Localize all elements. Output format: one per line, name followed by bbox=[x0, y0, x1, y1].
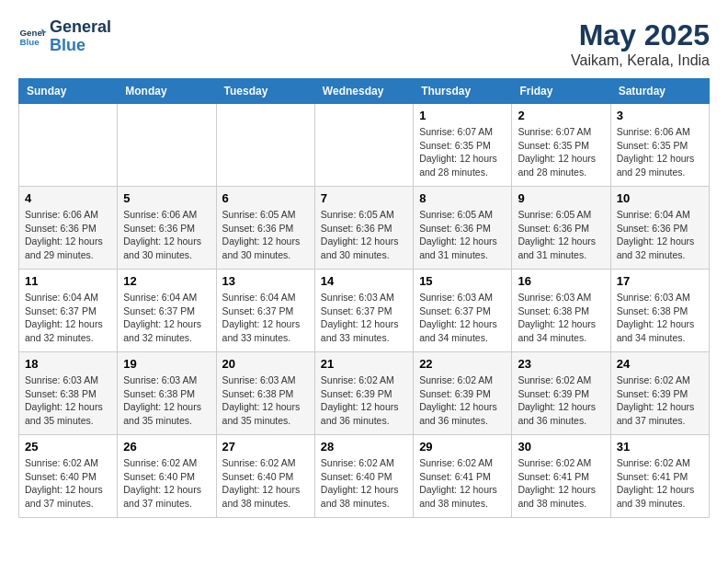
day-cell: 25Sunrise: 6:02 AM Sunset: 6:40 PM Dayli… bbox=[19, 435, 118, 518]
page-header: General Blue General Blue May 2025 Vaika… bbox=[18, 18, 710, 69]
week-row-3: 11Sunrise: 6:04 AM Sunset: 6:37 PM Dayli… bbox=[19, 270, 710, 352]
header-cell-thursday: Thursday bbox=[414, 79, 512, 104]
day-number: 18 bbox=[25, 357, 111, 371]
day-info: Sunrise: 6:02 AM Sunset: 6:39 PM Dayligh… bbox=[617, 373, 703, 428]
day-info: Sunrise: 6:03 AM Sunset: 6:38 PM Dayligh… bbox=[222, 373, 309, 428]
day-number: 23 bbox=[518, 357, 604, 371]
day-info: Sunrise: 6:06 AM Sunset: 6:36 PM Dayligh… bbox=[123, 208, 210, 262]
day-number: 7 bbox=[321, 191, 407, 205]
day-info: Sunrise: 6:06 AM Sunset: 6:36 PM Dayligh… bbox=[25, 208, 111, 262]
day-number: 25 bbox=[25, 440, 111, 454]
day-cell: 20Sunrise: 6:03 AM Sunset: 6:38 PM Dayli… bbox=[216, 352, 314, 435]
day-cell: 26Sunrise: 6:02 AM Sunset: 6:40 PM Dayli… bbox=[118, 435, 216, 518]
day-number: 8 bbox=[419, 191, 506, 205]
header-cell-wednesday: Wednesday bbox=[314, 79, 413, 104]
day-cell bbox=[216, 104, 314, 187]
logo-icon: General Blue bbox=[18, 23, 46, 51]
title-block: May 2025 Vaikam, Kerala, India bbox=[571, 18, 710, 69]
day-info: Sunrise: 6:02 AM Sunset: 6:41 PM Dayligh… bbox=[617, 456, 703, 511]
day-cell: 16Sunrise: 6:03 AM Sunset: 6:38 PM Dayli… bbox=[512, 270, 610, 352]
day-number: 1 bbox=[419, 109, 506, 122]
week-row-5: 25Sunrise: 6:02 AM Sunset: 6:40 PM Dayli… bbox=[19, 435, 710, 518]
day-cell: 6Sunrise: 6:05 AM Sunset: 6:36 PM Daylig… bbox=[216, 187, 314, 270]
day-cell: 9Sunrise: 6:05 AM Sunset: 6:36 PM Daylig… bbox=[512, 187, 610, 270]
day-cell: 7Sunrise: 6:05 AM Sunset: 6:36 PM Daylig… bbox=[314, 187, 413, 270]
day-number: 21 bbox=[321, 357, 407, 371]
day-cell: 15Sunrise: 6:03 AM Sunset: 6:37 PM Dayli… bbox=[414, 270, 512, 352]
day-info: Sunrise: 6:02 AM Sunset: 6:40 PM Dayligh… bbox=[25, 456, 111, 511]
day-cell: 3Sunrise: 6:06 AM Sunset: 6:35 PM Daylig… bbox=[610, 104, 709, 187]
calendar-table: SundayMondayTuesdayWednesdayThursdayFrid… bbox=[18, 78, 710, 518]
day-info: Sunrise: 6:04 AM Sunset: 6:37 PM Dayligh… bbox=[25, 291, 111, 345]
day-cell: 22Sunrise: 6:02 AM Sunset: 6:39 PM Dayli… bbox=[414, 352, 512, 435]
day-info: Sunrise: 6:03 AM Sunset: 6:38 PM Dayligh… bbox=[617, 291, 703, 345]
day-cell: 28Sunrise: 6:02 AM Sunset: 6:40 PM Dayli… bbox=[314, 435, 413, 518]
day-info: Sunrise: 6:03 AM Sunset: 6:38 PM Dayligh… bbox=[518, 291, 604, 345]
day-number: 2 bbox=[518, 109, 604, 122]
day-info: Sunrise: 6:05 AM Sunset: 6:36 PM Dayligh… bbox=[321, 208, 407, 262]
day-info: Sunrise: 6:04 AM Sunset: 6:36 PM Dayligh… bbox=[617, 208, 703, 262]
day-info: Sunrise: 6:07 AM Sunset: 6:35 PM Dayligh… bbox=[419, 125, 506, 179]
day-number: 15 bbox=[419, 274, 506, 288]
week-row-1: 1Sunrise: 6:07 AM Sunset: 6:35 PM Daylig… bbox=[19, 104, 710, 187]
day-cell: 19Sunrise: 6:03 AM Sunset: 6:38 PM Dayli… bbox=[118, 352, 216, 435]
day-info: Sunrise: 6:02 AM Sunset: 6:41 PM Dayligh… bbox=[419, 456, 506, 511]
day-cell: 23Sunrise: 6:02 AM Sunset: 6:39 PM Dayli… bbox=[512, 352, 610, 435]
day-number: 22 bbox=[419, 357, 506, 371]
logo: General Blue General Blue bbox=[18, 18, 111, 55]
day-info: Sunrise: 6:03 AM Sunset: 6:37 PM Dayligh… bbox=[419, 291, 506, 345]
day-info: Sunrise: 6:05 AM Sunset: 6:36 PM Dayligh… bbox=[419, 208, 506, 262]
day-number: 3 bbox=[617, 109, 703, 122]
day-number: 11 bbox=[25, 274, 111, 288]
day-cell: 1Sunrise: 6:07 AM Sunset: 6:35 PM Daylig… bbox=[414, 104, 512, 187]
day-number: 17 bbox=[617, 274, 703, 288]
day-info: Sunrise: 6:06 AM Sunset: 6:35 PM Dayligh… bbox=[617, 125, 703, 179]
day-cell: 12Sunrise: 6:04 AM Sunset: 6:37 PM Dayli… bbox=[118, 270, 216, 352]
day-number: 24 bbox=[617, 357, 703, 371]
day-info: Sunrise: 6:04 AM Sunset: 6:37 PM Dayligh… bbox=[222, 291, 309, 345]
day-number: 30 bbox=[518, 440, 604, 454]
day-info: Sunrise: 6:03 AM Sunset: 6:37 PM Dayligh… bbox=[321, 291, 407, 345]
day-cell: 31Sunrise: 6:02 AM Sunset: 6:41 PM Dayli… bbox=[610, 435, 709, 518]
day-info: Sunrise: 6:07 AM Sunset: 6:35 PM Dayligh… bbox=[518, 125, 604, 179]
logo-text-line1: General bbox=[50, 18, 111, 37]
day-cell bbox=[118, 104, 216, 187]
calendar-title: May 2025 bbox=[571, 18, 710, 52]
calendar-body: 1Sunrise: 6:07 AM Sunset: 6:35 PM Daylig… bbox=[19, 104, 710, 518]
header-cell-monday: Monday bbox=[118, 79, 216, 104]
header-cell-sunday: Sunday bbox=[19, 79, 118, 104]
day-cell: 18Sunrise: 6:03 AM Sunset: 6:38 PM Dayli… bbox=[19, 352, 118, 435]
day-info: Sunrise: 6:05 AM Sunset: 6:36 PM Dayligh… bbox=[518, 208, 604, 262]
day-number: 20 bbox=[222, 357, 309, 371]
day-cell: 17Sunrise: 6:03 AM Sunset: 6:38 PM Dayli… bbox=[610, 270, 709, 352]
day-number: 12 bbox=[123, 274, 210, 288]
day-number: 26 bbox=[123, 440, 210, 454]
day-info: Sunrise: 6:02 AM Sunset: 6:40 PM Dayligh… bbox=[123, 456, 210, 511]
day-number: 13 bbox=[222, 274, 309, 288]
day-cell bbox=[314, 104, 413, 187]
day-number: 4 bbox=[25, 191, 111, 205]
day-cell: 11Sunrise: 6:04 AM Sunset: 6:37 PM Dayli… bbox=[19, 270, 118, 352]
day-number: 10 bbox=[617, 191, 703, 205]
day-cell: 4Sunrise: 6:06 AM Sunset: 6:36 PM Daylig… bbox=[19, 187, 118, 270]
day-info: Sunrise: 6:02 AM Sunset: 6:39 PM Dayligh… bbox=[518, 373, 604, 428]
logo-text-line2: Blue bbox=[50, 37, 111, 55]
svg-text:Blue: Blue bbox=[20, 37, 40, 47]
day-cell: 29Sunrise: 6:02 AM Sunset: 6:41 PM Dayli… bbox=[414, 435, 512, 518]
day-cell: 5Sunrise: 6:06 AM Sunset: 6:36 PM Daylig… bbox=[118, 187, 216, 270]
day-number: 19 bbox=[123, 357, 210, 371]
day-cell: 2Sunrise: 6:07 AM Sunset: 6:35 PM Daylig… bbox=[512, 104, 610, 187]
day-info: Sunrise: 6:05 AM Sunset: 6:36 PM Dayligh… bbox=[222, 208, 309, 262]
day-cell: 13Sunrise: 6:04 AM Sunset: 6:37 PM Dayli… bbox=[216, 270, 314, 352]
day-number: 16 bbox=[518, 274, 604, 288]
header-row: SundayMondayTuesdayWednesdayThursdayFrid… bbox=[19, 79, 710, 104]
day-info: Sunrise: 6:02 AM Sunset: 6:39 PM Dayligh… bbox=[321, 373, 407, 428]
day-info: Sunrise: 6:03 AM Sunset: 6:38 PM Dayligh… bbox=[123, 373, 210, 428]
header-cell-friday: Friday bbox=[512, 79, 610, 104]
day-cell: 10Sunrise: 6:04 AM Sunset: 6:36 PM Dayli… bbox=[610, 187, 709, 270]
day-cell bbox=[19, 104, 118, 187]
day-info: Sunrise: 6:02 AM Sunset: 6:40 PM Dayligh… bbox=[321, 456, 407, 511]
day-number: 29 bbox=[419, 440, 506, 454]
day-number: 6 bbox=[222, 191, 309, 205]
day-number: 14 bbox=[321, 274, 407, 288]
